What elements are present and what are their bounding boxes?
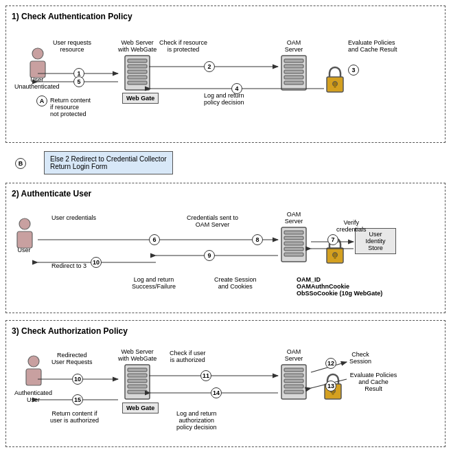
svg-rect-16 xyxy=(334,84,336,88)
s1-lock-icon xyxy=(324,65,346,93)
svg-rect-6 xyxy=(128,76,147,79)
svg-rect-46 xyxy=(128,379,147,383)
s2-cred-sent-label: Credentials sent toOAM Server xyxy=(187,214,238,228)
svg-rect-4 xyxy=(128,65,147,68)
svg-rect-7 xyxy=(128,81,147,84)
svg-rect-44 xyxy=(128,368,147,372)
s1-circle-5: 5 xyxy=(73,76,84,87)
s3-oam-box: OAMServer xyxy=(279,348,308,402)
s3-webserver-box: Web Serverwith WebGate xyxy=(118,348,157,402)
section-1: 1) Check Authentication Policy UserUnaut… xyxy=(5,5,446,143)
s3-circle-14: 14 xyxy=(211,387,222,398)
svg-rect-5 xyxy=(128,70,147,73)
s3-user-label: AuthenticatedUser xyxy=(14,389,52,403)
svg-rect-9 xyxy=(284,59,303,63)
s2-obssocookie: ObSSoCookie (10g WebGate) xyxy=(297,290,382,297)
s2-circle-6: 6 xyxy=(149,234,160,245)
s1-circle-A: A xyxy=(36,95,47,106)
s2-oam-id: OAM_ID xyxy=(297,276,382,283)
s3-webserver-icon xyxy=(123,363,152,402)
s3-check-auth-label: Check if useris authorized xyxy=(170,350,206,363)
s2-verify-label: Verifycredentials xyxy=(336,219,367,233)
svg-rect-45 xyxy=(128,374,147,377)
svg-point-41 xyxy=(28,356,39,367)
svg-rect-54 xyxy=(284,390,303,394)
circle-B: B xyxy=(15,158,26,169)
svg-point-0 xyxy=(32,48,43,59)
redirect-box: Else 2 Redirect to Credential CollectorR… xyxy=(44,151,173,174)
s3-circle-11: 11 xyxy=(200,370,211,381)
svg-rect-26 xyxy=(284,231,303,234)
s1-webgate-label: Web Gate xyxy=(122,93,159,104)
svg-rect-57 xyxy=(332,391,334,395)
s2-redirect-label: Redirect to 3 xyxy=(51,262,86,269)
s1-webserver-icon xyxy=(123,54,152,93)
svg-rect-27 xyxy=(284,236,303,240)
s1-diagram: UserUnauthenticated Web Serverwith WebGa… xyxy=(12,27,439,137)
s2-diagram: User OAMServer UserIdentitySt xyxy=(12,204,439,307)
section-3: 3) Check Authorization Policy Authentica… xyxy=(5,320,446,447)
svg-rect-48 xyxy=(128,390,147,394)
svg-rect-11 xyxy=(284,70,303,73)
svg-point-23 xyxy=(19,218,30,229)
s1-oam-icon xyxy=(279,54,308,93)
s1-eval-label: Evaluate Policiesand Cache Result xyxy=(348,39,397,53)
svg-rect-24 xyxy=(17,231,32,248)
s1-stepA-label: Return contentif resourcenot protected xyxy=(50,97,91,117)
s3-circle-15: 15 xyxy=(72,394,83,405)
s2-circle-7: 7 xyxy=(327,234,338,245)
s1-step2-label: Check if resourceis protected xyxy=(159,39,207,53)
s2-oam-id-labels: OAM_ID OAMAuthnCookie ObSSoCookie (10g W… xyxy=(297,276,382,297)
s1-circleA-group: A Return contentif resourcenot protected xyxy=(36,95,91,117)
b-connector-row: B Else 2 Redirect to Credential Collecto… xyxy=(15,150,446,177)
svg-rect-42 xyxy=(26,369,41,385)
section-2-title: 2) Authenticate User xyxy=(12,189,439,199)
s2-circle-8: 8 xyxy=(252,234,263,245)
svg-rect-29 xyxy=(284,247,303,251)
s1-circle-2: 2 xyxy=(204,61,215,72)
s2-user-icon: User xyxy=(14,218,34,253)
svg-rect-10 xyxy=(284,65,303,68)
s3-check-session-label: CheckSession xyxy=(349,351,371,365)
s1-step4-label: Log and returnpolicy decision xyxy=(204,92,244,106)
redirect-text: Else 2 Redirect to Credential CollectorR… xyxy=(50,155,167,170)
user-figure xyxy=(27,47,47,75)
svg-rect-30 xyxy=(284,253,303,256)
s2-credentials-label: User credentials xyxy=(51,214,96,221)
s2-circle-9: 9 xyxy=(204,250,215,261)
svg-rect-51 xyxy=(284,374,303,377)
s3-redirected-label: RedirectedUser Requests xyxy=(51,352,93,365)
section-3-title: 3) Check Authorization Policy xyxy=(12,326,439,336)
s3-user-icon: AuthenticatedUser xyxy=(14,355,52,403)
s1-oam-box: OAMServer xyxy=(279,39,308,93)
svg-rect-53 xyxy=(284,385,303,388)
s3-log-auth-label: Log and returnauthorizationpolicy decisi… xyxy=(176,410,217,431)
s3-eval-label: Evaluate Policiesand Cache Result xyxy=(349,372,397,392)
s2-session-label: Create Sessionand Cookies xyxy=(214,276,257,290)
svg-rect-50 xyxy=(284,368,303,372)
s1-circle-4: 4 xyxy=(231,83,242,94)
section-2: 2) Authenticate User User OAMServer xyxy=(5,183,446,313)
svg-rect-28 xyxy=(284,242,303,245)
s3-circle-12: 12 xyxy=(325,358,336,369)
s2-oam-box: OAMServer xyxy=(279,211,308,264)
s3-circle-13: 13 xyxy=(325,381,336,392)
s3-circle-10: 10 xyxy=(72,374,83,385)
s1-circle-3: 3 xyxy=(348,65,359,76)
s3-oam-icon xyxy=(279,363,308,402)
svg-rect-52 xyxy=(284,379,303,383)
svg-rect-3 xyxy=(128,59,147,63)
s2-oam-icon xyxy=(279,226,308,264)
s2-log-label: Log and returnSuccess/Failure xyxy=(132,276,176,290)
s3-diagram: AuthenticatedUser Web Serverwith WebGate… xyxy=(12,341,439,441)
s1-webserver-box: Web Serverwith WebGate xyxy=(118,39,157,93)
svg-rect-1 xyxy=(30,61,45,78)
s1-user-icon: UserUnauthenticated xyxy=(14,47,60,90)
svg-rect-13 xyxy=(284,81,303,84)
section-1-title: 1) Check Authentication Policy xyxy=(12,12,439,21)
s3-return-content-label: Return content ifuser is authorized xyxy=(50,410,99,424)
s2-circle-10: 10 xyxy=(91,257,102,268)
svg-rect-33 xyxy=(334,255,336,259)
svg-rect-12 xyxy=(284,76,303,79)
s2-oam-authn: OAMAuthnCookie xyxy=(297,283,382,290)
